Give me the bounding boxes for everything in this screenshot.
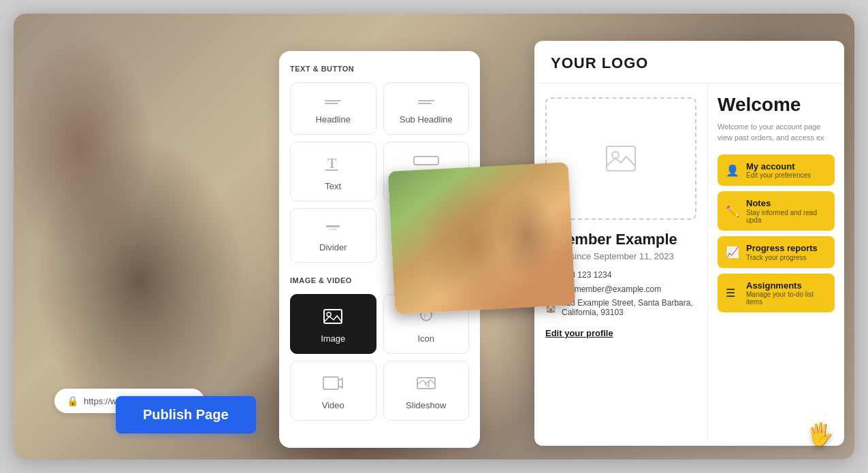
progress-subtitle: Track your progress bbox=[746, 254, 818, 261]
site-preview-panel: YOUR LOGO e Member Example bbox=[534, 41, 844, 446]
sub-headline-label: Sub Headline bbox=[400, 114, 453, 125]
slideshow-label: Slideshow bbox=[406, 400, 446, 410]
action-card-notes[interactable]: ✏️ Notes Stay informed and read upda bbox=[718, 191, 835, 231]
svg-rect-3 bbox=[418, 103, 432, 104]
svg-rect-7 bbox=[326, 225, 340, 227]
notes-icon: ✏️ bbox=[726, 205, 739, 218]
widget-divider[interactable]: Divider bbox=[290, 208, 376, 263]
dragged-photo bbox=[388, 162, 576, 314]
lock-icon: 🔒 bbox=[67, 395, 78, 406]
svg-point-10 bbox=[327, 312, 331, 316]
assignments-subtitle: Manage your to-do list items bbox=[746, 291, 826, 306]
svg-rect-0 bbox=[325, 100, 341, 101]
site-body: e Member Example Client since September … bbox=[534, 84, 844, 441]
image-video-grid: Image i Icon bbox=[290, 294, 469, 421]
welcome-text: Welcome to your account page view past o… bbox=[718, 121, 835, 144]
progress-title: Progress reports bbox=[746, 243, 818, 254]
svg-text:i: i bbox=[424, 312, 425, 320]
sub-headline-icon bbox=[415, 95, 437, 109]
video-icon bbox=[322, 374, 344, 395]
svg-text:T: T bbox=[327, 156, 337, 171]
my-account-icon: 👤 bbox=[726, 164, 739, 177]
svg-rect-2 bbox=[418, 100, 434, 101]
progress-content: Progress reports Track your progress bbox=[746, 243, 818, 261]
widget-text[interactable]: T Text bbox=[290, 142, 376, 201]
video-label: Video bbox=[322, 400, 344, 410]
image-label: Image bbox=[321, 333, 345, 344]
progress-icon: 📈 bbox=[726, 246, 739, 259]
email-address: sitemember@example.com bbox=[562, 284, 661, 294]
edit-profile-link[interactable]: Edit your profile bbox=[545, 328, 613, 338]
headline-icon bbox=[322, 95, 344, 109]
svg-rect-9 bbox=[324, 310, 342, 323]
action-card-assignments[interactable]: ☰ Assignments Manage your to-do list ite… bbox=[718, 274, 835, 313]
text-label: Text bbox=[325, 181, 341, 191]
notes-subtitle: Stay informed and read upda bbox=[746, 209, 826, 224]
widget-sub-headline[interactable]: Sub Headline bbox=[383, 82, 470, 135]
site-header: YOUR LOGO bbox=[534, 41, 844, 84]
my-account-title: My account bbox=[746, 161, 811, 172]
divider-label: Divider bbox=[319, 242, 347, 252]
svg-rect-13 bbox=[323, 377, 338, 389]
button-icon bbox=[413, 154, 440, 169]
divider-icon bbox=[322, 221, 344, 237]
svg-rect-8 bbox=[329, 229, 337, 230]
svg-rect-16 bbox=[607, 146, 635, 171]
site-logo: YOUR LOGO bbox=[551, 54, 828, 72]
assignments-title: Assignments bbox=[746, 280, 826, 291]
section-title-text-button: TEXT & BUTTON bbox=[290, 65, 469, 73]
notes-title: Notes bbox=[746, 198, 826, 209]
image-icon bbox=[322, 307, 344, 328]
svg-rect-5 bbox=[325, 169, 338, 171]
member-name: Member Example bbox=[554, 231, 677, 248]
my-account-subtitle: Edit your preferences bbox=[746, 172, 811, 179]
widget-slideshow[interactable]: Slideshow bbox=[383, 361, 470, 421]
svg-rect-6 bbox=[414, 157, 438, 165]
text-icon: T bbox=[322, 154, 344, 176]
widget-headline[interactable]: Headline bbox=[290, 82, 376, 135]
image-placeholder-icon bbox=[600, 142, 641, 176]
icon-label: Icon bbox=[417, 333, 434, 344]
outer-frame: 🔒 https://www.mylandin... Publish Page T… bbox=[14, 14, 854, 459]
notes-content: Notes Stay informed and read upda bbox=[746, 198, 826, 224]
welcome-heading: Welcome bbox=[718, 95, 835, 116]
headline-label: Headline bbox=[316, 114, 351, 125]
address-text: 123 Example Street, Santa Barbara, Calif… bbox=[562, 298, 696, 317]
widget-image[interactable]: Image bbox=[290, 294, 376, 354]
publish-page-button[interactable]: Publish Page bbox=[116, 396, 256, 434]
site-right-column: Welcome Welcome to your account page vie… bbox=[708, 84, 844, 441]
cursor-hand-icon: 🖐 bbox=[807, 421, 834, 447]
assignments-content: Assignments Manage your to-do list items bbox=[746, 280, 826, 306]
action-card-progress[interactable]: 📈 Progress reports Track your progress bbox=[718, 236, 835, 268]
widget-video[interactable]: Video bbox=[290, 361, 376, 421]
assignments-icon: ☰ bbox=[726, 287, 739, 299]
slideshow-icon bbox=[415, 374, 437, 395]
action-card-my-account[interactable]: 👤 My account Edit your preferences bbox=[718, 154, 835, 186]
my-account-content: My account Edit your preferences bbox=[746, 161, 811, 180]
svg-rect-1 bbox=[325, 103, 338, 104]
